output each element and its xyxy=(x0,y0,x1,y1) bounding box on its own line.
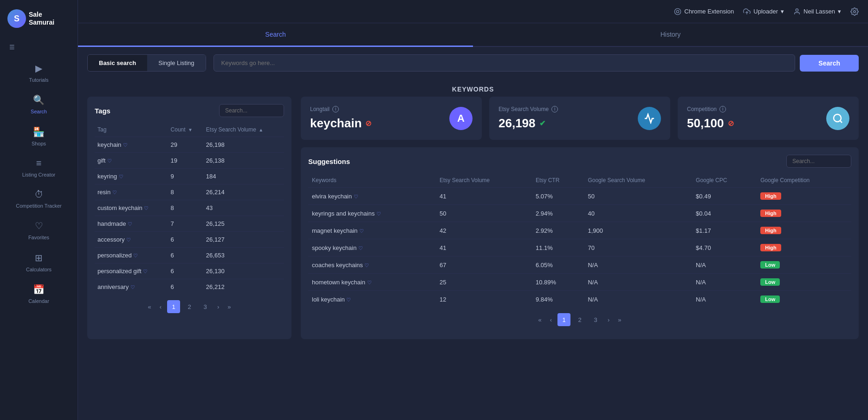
competition-info-icon[interactable]: i xyxy=(719,106,726,112)
sug-gsv-cell: 40 xyxy=(584,205,692,222)
tutorials-icon: ▶ xyxy=(35,63,42,74)
chrome-extension-link[interactable]: Chrome Extension xyxy=(674,8,734,15)
sug-gc-cell: High xyxy=(757,205,851,222)
table-row: hometown keychain ♡ 25 10.89% N/A N/A Lo… xyxy=(308,274,851,291)
chrome-extension-label: Chrome Extension xyxy=(684,8,734,15)
sug-cpc-cell: $0.04 xyxy=(692,205,757,222)
tag-cell: personalized ♡ xyxy=(95,248,168,263)
hamburger-button[interactable]: ☰ xyxy=(0,37,78,57)
table-row: loli keychain ♡ 12 9.84% N/A N/A Low xyxy=(308,291,851,308)
sidebar-item-search[interactable]: 🔍 Search xyxy=(0,89,78,120)
user-menu[interactable]: Neil Lassen ▾ xyxy=(793,8,841,15)
table-row: gift ♡ 19 26,138 xyxy=(95,153,284,169)
basic-search-button[interactable]: Basic search xyxy=(88,55,147,71)
svg-point-1 xyxy=(677,10,679,13)
tag-cell: custom keychain ♡ xyxy=(95,200,168,216)
volume-cell: 43 xyxy=(203,200,284,216)
sidebar-item-listing-creator[interactable]: ≡ Listing Creator xyxy=(0,152,78,184)
uploader-icon xyxy=(743,8,751,15)
table-row: anniversary ♡ 6 26,212 xyxy=(95,279,284,295)
esv-sort-icon: ▲ xyxy=(259,127,263,132)
table-row: accessory ♡ 6 26,127 xyxy=(95,232,284,248)
sug-gc-cell: High xyxy=(757,222,851,239)
keyword-input[interactable] xyxy=(214,54,796,72)
longtail-card: Longtail i keychain ⊘ A xyxy=(301,97,482,140)
sug-page-1[interactable]: 1 xyxy=(557,313,570,326)
sug-gsv-cell: N/A xyxy=(584,291,692,308)
tags-page-3[interactable]: 3 xyxy=(199,300,212,313)
sidebar-item-shops[interactable]: 🏪 Shops xyxy=(0,121,78,152)
table-row: coaches keychains ♡ 67 6.05% N/A N/A Low xyxy=(308,256,851,274)
tags-panel: Tags Tag Count ▼ xyxy=(87,97,291,339)
volume-cell: 26,138 xyxy=(203,153,284,169)
svg-point-0 xyxy=(675,8,681,14)
longtail-info-icon[interactable]: i xyxy=(332,106,339,112)
volume-cell: 26,125 xyxy=(203,216,284,232)
volume-cell: 26,214 xyxy=(203,184,284,200)
sidebar: S SaleSamurai ☰ ▶ Tutorials 🔍 Search 🏪 S… xyxy=(0,0,78,420)
count-cell: 7 xyxy=(168,216,203,232)
chart-icon xyxy=(644,113,655,124)
sug-gc-cell: Low xyxy=(757,274,851,291)
search-circle-icon xyxy=(832,113,843,124)
svg-point-4 xyxy=(854,10,856,13)
tags-pagination: « ‹ 1 2 3 › » xyxy=(95,295,284,319)
sidebar-item-calendar[interactable]: 📅 Calendar xyxy=(0,278,78,310)
sug-cpc-cell: $4.70 xyxy=(692,239,757,256)
tags-page-last[interactable]: » xyxy=(225,302,233,312)
topbar: Chrome Extension Uploader ▾ Neil Lassen … xyxy=(78,0,868,23)
tags-page-next[interactable]: › xyxy=(214,302,222,312)
suggestions-search-input[interactable] xyxy=(786,155,851,168)
single-listing-button[interactable]: Single Listing xyxy=(147,55,205,71)
sidebar-item-competition-tracker[interactable]: ⏱ Competition Tracker xyxy=(0,184,78,215)
tags-page-prev[interactable]: ‹ xyxy=(157,302,164,312)
longtail-letter: A xyxy=(457,112,465,125)
tags-search-input[interactable] xyxy=(219,104,284,117)
svg-line-6 xyxy=(840,120,842,122)
uploader-button[interactable]: Uploader ▾ xyxy=(743,8,784,15)
competition-icon-circle xyxy=(826,107,849,130)
esv-sort[interactable]: Etsy Search Volume xyxy=(206,126,256,133)
search-button[interactable]: Search xyxy=(800,55,859,72)
volume-cell: 184 xyxy=(203,169,284,184)
esv-info: Etsy Search Volume i 26,198 ✔ xyxy=(499,106,558,131)
sug-page-last[interactable]: » xyxy=(615,315,624,325)
sug-page-next[interactable]: › xyxy=(605,315,612,325)
table-row: custom keychain ♡ 8 43 xyxy=(95,200,284,216)
svg-point-3 xyxy=(796,9,798,11)
tab-history[interactable]: History xyxy=(473,23,868,47)
sug-page-2[interactable]: 2 xyxy=(573,313,586,326)
sug-esv-cell: 25 xyxy=(436,274,532,291)
sidebar-item-favorites[interactable]: ♡ Favorites xyxy=(0,215,78,246)
sug-page-first[interactable]: « xyxy=(535,315,544,325)
suggestions-header: Suggestions xyxy=(308,155,851,168)
sidebar-item-calculators[interactable]: ⊞ Calculators xyxy=(0,247,78,278)
tab-search[interactable]: Search xyxy=(78,23,473,47)
search-icon: 🔍 xyxy=(33,94,45,105)
sidebar-item-label: Calendar xyxy=(28,298,49,304)
esv-col-header: Etsy Search Volume ▲ xyxy=(203,123,284,137)
competition-badge: High xyxy=(760,192,781,200)
competition-badge: Low xyxy=(760,261,780,269)
sidebar-item-tutorials[interactable]: ▶ Tutorials xyxy=(0,57,78,89)
sug-page-3[interactable]: 3 xyxy=(589,313,602,326)
svg-point-5 xyxy=(834,114,841,122)
tag-sort[interactable]: Tag xyxy=(97,126,106,133)
esv-info-icon[interactable]: i xyxy=(551,106,558,112)
sug-gsv-cell: 50 xyxy=(584,188,692,205)
sug-esv-cell: 50 xyxy=(436,205,532,222)
volume-cell: 26,130 xyxy=(203,263,284,279)
competition-card: Competition i 50,100 ⊘ xyxy=(678,97,859,140)
tags-page-first[interactable]: « xyxy=(145,302,154,312)
user-chevron: ▾ xyxy=(838,8,841,15)
user-icon xyxy=(793,8,801,15)
settings-button[interactable] xyxy=(850,7,859,16)
tab-bar: Search History xyxy=(78,23,868,47)
competition-badge: High xyxy=(760,210,781,217)
tags-page-2[interactable]: 2 xyxy=(183,300,196,313)
sug-cpc-header: Google CPC xyxy=(692,173,757,188)
count-sort[interactable]: Count xyxy=(171,126,186,133)
tags-page-1[interactable]: 1 xyxy=(167,300,180,313)
sug-page-prev[interactable]: ‹ xyxy=(547,315,555,325)
logo: S SaleSamurai xyxy=(0,5,78,37)
